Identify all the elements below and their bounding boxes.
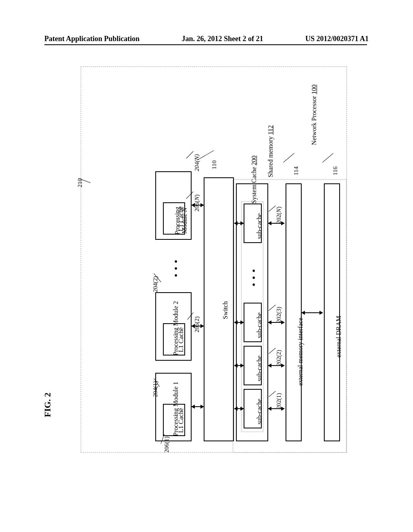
subcache-ellipsis: • • •	[248, 269, 259, 287]
pm2-l1-cache: L1 Cache	[163, 323, 185, 355]
subcache-3: sub-cache	[244, 303, 262, 342]
arrow-pm1-switch	[192, 406, 204, 407]
header-left: Patent Application Publication	[44, 35, 140, 43]
arrow-sw-sc1	[234, 408, 244, 409]
shared-memory-label: Shared memory 112	[267, 125, 274, 177]
pmn-l1-label: L1 Cache	[177, 206, 185, 231]
switch-ref: 110	[211, 160, 218, 169]
arrow-sw-scn	[234, 223, 244, 224]
subcache-2-label: sub-cache	[256, 355, 263, 381]
subcache-1-label: sub-cache	[256, 399, 263, 424]
pmn-ref: 204(N)	[194, 154, 200, 171]
pmn-l1-cache: L1 Cache	[163, 202, 185, 235]
arrow-sc3-emi	[268, 322, 284, 323]
subcache-n: sub-cache	[244, 204, 262, 243]
switch-label: Switch	[222, 301, 229, 319]
dram-label: external DRAM	[335, 316, 342, 357]
header-center: Jan. 26, 2012 Sheet 2 of 21	[182, 35, 263, 43]
pm1-l1-cache: L1 Cache	[163, 404, 185, 436]
subcache-2: sub-cache	[244, 346, 262, 385]
arrow-scn-emi	[268, 223, 284, 224]
pm2-l1-label: L1 Cache	[177, 327, 185, 352]
dram-ref: 116	[332, 166, 339, 175]
subcache-3-label: sub-cache	[256, 312, 263, 338]
arrow-emi-dram	[302, 312, 323, 313]
arrow-sc2-emi	[268, 365, 284, 366]
pm1-ref: 204(1)	[152, 381, 159, 397]
subcache-n-label: sub-cache	[256, 213, 263, 239]
header-rule	[44, 44, 367, 45]
processing-module-n: ProcessingModule N L1 Cache	[155, 171, 192, 240]
emi-ref: 114	[293, 166, 300, 175]
arrow-sw-sc2	[234, 365, 244, 366]
processing-module-2: Processing Module 2 L1 Cache	[155, 292, 192, 361]
arrow-sw-sc3	[234, 322, 244, 323]
page-header: Patent Application Publication Jan. 26, …	[0, 35, 413, 43]
pm1-l1-label: L1 Cache	[177, 408, 185, 433]
arrow-pmn-switch	[192, 205, 204, 206]
arrow-sc1-emi	[268, 408, 284, 409]
figure-2: FIG. 2 Network Processor 100 Processing …	[42, 66, 371, 457]
processing-module-1: Processing Module 1 L1 Cache	[155, 373, 192, 441]
system-cache-label: System Cache 200	[250, 156, 258, 204]
subcache-1: sub-cache	[244, 389, 262, 428]
external-memory-interface: external memory interface	[286, 183, 302, 441]
header-right: US 2012/0020371 A1	[305, 35, 369, 43]
pm1-l1-ref: 206(1)	[163, 436, 170, 453]
emi-label: external memory interface	[297, 318, 304, 386]
switch-box: Switch	[204, 177, 234, 441]
arrow-pm2-switch	[192, 326, 204, 326]
pm-ellipsis: • • •	[171, 260, 181, 278]
external-dram: external DRAM	[324, 183, 340, 441]
figure-label: FIG. 2	[42, 393, 53, 417]
network-processor-label: Network Processor 100	[311, 85, 318, 145]
